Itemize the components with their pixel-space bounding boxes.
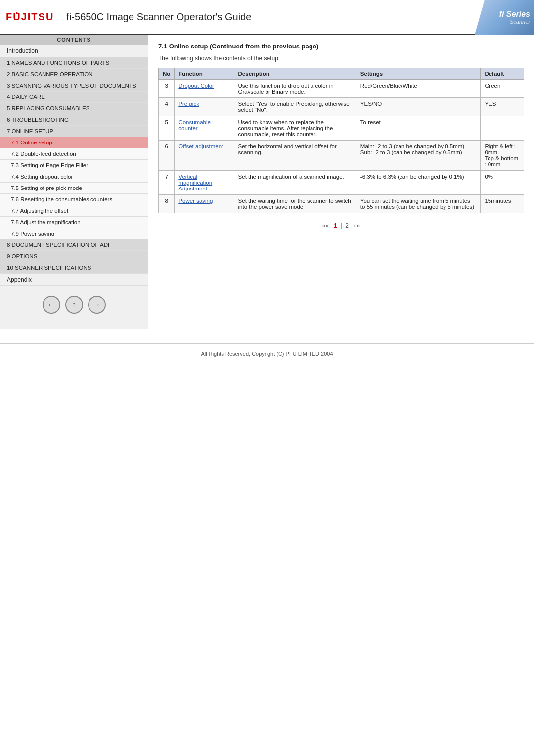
sidebar-item-7-7[interactable]: 7.7 Adjusting the offset <box>0 205 148 217</box>
row-default <box>481 116 524 141</box>
row-function: Consumable counter <box>175 116 234 141</box>
table-row: 8 Power saving Set the waiting time for … <box>159 195 524 213</box>
sidebar-item-10[interactable]: 10 SCANNER SPECIFICATIONS <box>0 262 148 274</box>
pagination-next[interactable]: »» <box>354 222 360 229</box>
row-description: Use this function to drop out a color in… <box>234 80 356 98</box>
row-settings: To reset <box>356 116 481 141</box>
table-row: 6 Offset adjustment Set the horizontal a… <box>159 141 524 171</box>
row-default: YES <box>481 98 524 116</box>
col-function: Function <box>175 68 234 80</box>
sidebar-item-appendix[interactable]: Appendix <box>0 274 148 286</box>
content-area: 7.1 Online setup (Continued from the pre… <box>148 35 534 329</box>
col-no: No <box>159 68 175 80</box>
sidebar-item-7-4[interactable]: 7.4 Setting dropout color <box>0 171 148 183</box>
main-layout: CONTENTS Introduction 1 NAMES AND FUNCTI… <box>0 35 534 329</box>
row-default: 0% <box>481 171 524 195</box>
fi-series-badge: fi Series Scanner <box>475 0 534 35</box>
row-no: 5 <box>159 116 175 141</box>
row-no: 6 <box>159 141 175 171</box>
header: FUJITSU fi-5650C Image Scanner Operator'… <box>0 0 534 35</box>
row-description: Set the waiting time for the scanner to … <box>234 195 356 213</box>
sidebar-item-8[interactable]: 8 DOCUMENT SPECIFICATION OF ADF <box>0 239 148 251</box>
fi-series-sub-label: Scanner <box>510 19 530 25</box>
row-default: 15minutes <box>481 195 524 213</box>
fujitsu-logo: FUJITSU <box>6 11 54 23</box>
sidebar-item-introduction[interactable]: Introduction <box>0 45 148 57</box>
setup-table: No Function Description Settings Default… <box>158 68 524 213</box>
up-button[interactable]: ↑ <box>65 296 83 314</box>
sidebar-item-7-6[interactable]: 7.6 Resetting the consumables counters <box>0 194 148 205</box>
sidebar-item-3[interactable]: 3 SCANNING VARIOUS TYPES OF DOCUMENTS <box>0 80 148 92</box>
row-description: Set the magnification of a scanned image… <box>234 171 356 195</box>
col-default: Default <box>481 68 524 80</box>
col-description: Description <box>234 68 356 80</box>
pagination-page-1[interactable]: 1 <box>334 222 337 229</box>
section-title: 7.1 Online setup (Continued from the pre… <box>158 43 524 50</box>
sidebar-item-7-3[interactable]: 7.3 Setting of Page Edge Filler <box>0 160 148 171</box>
row-settings: -6.3% to 6.3% (can be changed by 0.1%) <box>356 171 481 195</box>
sidebar-item-7-9[interactable]: 7.9 Power saving <box>0 228 148 239</box>
table-row: 4 Pre pick Select "Yes" to enable Prepic… <box>159 98 524 116</box>
sidebar: CONTENTS Introduction 1 NAMES AND FUNCTI… <box>0 35 148 329</box>
row-settings: Red/Green/Blue/White <box>356 80 481 98</box>
page-title: fi-5650C Image Scanner Operator's Guide <box>66 11 528 23</box>
row-settings: YES/NO <box>356 98 481 116</box>
row-default: Green <box>481 80 524 98</box>
sidebar-item-7-1[interactable]: 7.1 Online setup <box>0 137 148 148</box>
header-divider <box>60 7 60 27</box>
sidebar-item-7-5[interactable]: 7.5 Setting of pre-pick mode <box>0 183 148 194</box>
sidebar-item-7-8[interactable]: 7.8 Adjust the magnification <box>0 217 148 228</box>
row-no: 3 <box>159 80 175 98</box>
row-no: 7 <box>159 171 175 195</box>
table-row: 5 Consumable counter Used to know when t… <box>159 116 524 141</box>
pagination-prev[interactable]: «« <box>322 222 329 229</box>
sidebar-item-2[interactable]: 2 BASIC SCANNER OPERATION <box>0 69 148 80</box>
sidebar-item-1[interactable]: 1 NAMES AND FUNCTIONS OF PARTS <box>0 57 148 69</box>
row-function: Power saving <box>175 195 234 213</box>
sidebar-item-6[interactable]: 6 TROUBLESHOOTING <box>0 114 148 126</box>
forward-button[interactable]: → <box>88 296 106 314</box>
table-row: 7 Vertical magnification Adjustment Set … <box>159 171 524 195</box>
footer: All Rights Reserved, Copyright (C) PFU L… <box>0 343 534 364</box>
sidebar-item-4[interactable]: 4 DAILY CARE <box>0 92 148 103</box>
row-no: 4 <box>159 98 175 116</box>
row-description: Set the horizontal and vertical offset f… <box>234 141 356 171</box>
pagination-page-2[interactable]: 2 <box>345 222 349 229</box>
row-no: 8 <box>159 195 175 213</box>
row-function: Vertical magnification Adjustment <box>175 171 234 195</box>
logo-area: FUJITSU <box>6 11 54 23</box>
sidebar-item-9[interactable]: 9 OPTIONS <box>0 251 148 262</box>
row-function: Offset adjustment <box>175 141 234 171</box>
row-function: Dropout Color <box>175 80 234 98</box>
sidebar-item-5[interactable]: 5 REPLACING CONSUMABLES <box>0 103 148 114</box>
sidebar-nav-buttons: ← ↑ → <box>0 286 148 319</box>
copyright-text: All Rights Reserved, Copyright (C) PFU L… <box>201 351 333 357</box>
pagination: «« 1 | 2 »» <box>158 222 524 229</box>
table-row: 3 Dropout Color Use this function to dro… <box>159 80 524 98</box>
fi-series-label: fi Series <box>499 10 530 19</box>
row-function: Pre pick <box>175 98 234 116</box>
col-settings: Settings <box>356 68 481 80</box>
row-settings: Main: -2 to 3 (can be changed by 0.5mm)S… <box>356 141 481 171</box>
row-description: Used to know when to replace the consuma… <box>234 116 356 141</box>
row-description: Select "Yes" to enable Prepicking, other… <box>234 98 356 116</box>
intro-text: The following shows the contents of the … <box>158 55 524 62</box>
back-button[interactable]: ← <box>43 296 60 314</box>
sidebar-item-7-2[interactable]: 7.2 Double-feed detection <box>0 148 148 160</box>
row-settings: You can set the waiting time from 5 minu… <box>356 195 481 213</box>
sidebar-item-7[interactable]: 7 ONLINE SETUP <box>0 126 148 137</box>
contents-header: CONTENTS <box>0 35 148 45</box>
row-default: Right & left : 0mmTop & bottom : 0mm <box>481 141 524 171</box>
